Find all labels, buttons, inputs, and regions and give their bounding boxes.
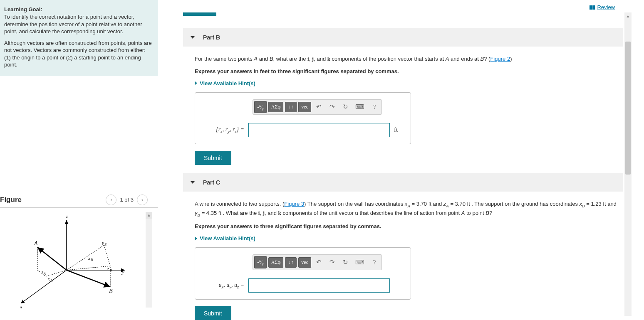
svg-line-13: [104, 245, 110, 266]
redo-button[interactable]: ↷: [326, 257, 338, 268]
svg-text:z: z: [107, 266, 109, 271]
equation-toolbar: ▪x⁄y ΑΣφ ↓↑ vec ↶ ↷ ↻ ⌨ ?: [253, 99, 382, 115]
part-b-question: For the same two points A and B, what ar…: [195, 55, 623, 63]
figure-3-link[interactable]: Figure 3: [284, 201, 304, 207]
part-c-submit-button[interactable]: Submit: [195, 306, 231, 320]
caret-right-icon: [195, 236, 197, 241]
svg-text:y: y: [102, 240, 104, 245]
undo-button[interactable]: ↶: [313, 101, 324, 112]
redo-button[interactable]: ↷: [326, 101, 338, 112]
point-a-label: A: [34, 240, 38, 246]
scroll-up-icon[interactable]: ▲: [146, 212, 152, 219]
svg-line-7: [46, 270, 67, 276]
part-c-header[interactable]: Part C: [183, 173, 623, 192]
learning-goal-text-2: Although vectors are often constructed f…: [4, 39, 152, 69]
progress-indicator: [183, 12, 216, 16]
axis-y-label: y: [121, 268, 124, 275]
svg-text:B: B: [91, 258, 93, 262]
scroll-thumb[interactable]: [625, 42, 631, 175]
svg-line-15: [67, 266, 110, 270]
caret-down-icon: [191, 181, 195, 184]
review-link[interactable]: Review: [590, 4, 615, 10]
figure-svg: z y x A B zA xA: [0, 212, 141, 312]
subsup-button[interactable]: ↓↑: [285, 257, 297, 268]
svg-text:A: A: [50, 279, 52, 283]
axis-z-label: z: [65, 213, 68, 219]
svg-line-3: [37, 247, 67, 270]
caret-down-icon: [191, 36, 195, 39]
part-b-answer-box: ▪x⁄y ΑΣφ ↓↑ vec ↶ ↷ ↻ ⌨ ? {rx, ry, rz} =…: [195, 92, 411, 144]
part-b-title: Part B: [203, 34, 220, 41]
part-b-header[interactable]: Part B: [183, 28, 623, 47]
part-c-var-label: ux, uy, uz =: [203, 282, 244, 289]
book-icon: [590, 5, 595, 10]
page-root: Learning Goal: To identify the correct n…: [0, 0, 644, 320]
point-b-label: B: [109, 288, 113, 294]
part-c-answer-input[interactable]: [248, 278, 390, 293]
part-c-instruction: Express your answers to three significan…: [195, 223, 623, 229]
learning-goal-panel: Learning Goal: To identify the correct n…: [0, 0, 158, 76]
help-button[interactable]: ?: [369, 257, 380, 268]
reset-button[interactable]: ↻: [339, 101, 351, 112]
vec-button[interactable]: vec: [298, 102, 311, 112]
hints-label: View Available Hint(s): [200, 80, 255, 86]
caret-right-icon: [195, 81, 197, 85]
part-c-question: A wire is connected to two supports. (Fi…: [195, 200, 623, 218]
main-scrollbar[interactable]: ▲: [624, 12, 632, 316]
templates-button[interactable]: ▪x⁄y: [254, 101, 267, 113]
keyboard-button[interactable]: ⌨: [353, 257, 367, 268]
greek-button[interactable]: ΑΣφ: [268, 102, 284, 112]
vec-button[interactable]: vec: [298, 257, 311, 268]
right-column: Review Part B For the same two points A …: [158, 0, 644, 320]
figure-prev-button[interactable]: ‹: [106, 194, 116, 205]
part-b-var-label: {rx, ry, rz} =: [203, 126, 244, 134]
part-c-hints-toggle[interactable]: View Available Hint(s): [195, 235, 623, 241]
svg-line-4: [67, 270, 110, 287]
svg-text:x: x: [88, 256, 90, 261]
part-b-unit: ft: [394, 126, 398, 133]
figure-title: Figure: [0, 192, 22, 207]
scroll-up-icon[interactable]: ▲: [624, 12, 632, 20]
svg-text:A: A: [43, 272, 46, 276]
svg-text:B: B: [104, 243, 107, 246]
subsup-button[interactable]: ↓↑: [285, 102, 297, 112]
part-c-answer-box: ▪x⁄y ΑΣφ ↓↑ vec ↶ ↷ ↻ ⌨ ? ux, uy, uz =: [195, 247, 411, 299]
figure-2-link[interactable]: Figure 2: [490, 56, 510, 62]
figure-pager: ‹ 1 of 3 ›: [106, 194, 148, 205]
figure-section: Figure ‹ 1 of 3 ›: [0, 192, 158, 316]
part-b-body: For the same two points A and B, what ar…: [183, 47, 623, 165]
greek-button[interactable]: ΑΣφ: [268, 257, 284, 268]
figure-canvas: z y x A B zA xA: [0, 212, 158, 316]
figure-next-button[interactable]: ›: [137, 194, 148, 205]
part-b-hints-toggle[interactable]: View Available Hint(s): [195, 80, 623, 86]
axis-x-label: x: [20, 303, 22, 310]
figure-pager-text: 1 of 3: [120, 197, 134, 203]
part-b-input-row: {rx, ry, rz} = ft: [203, 123, 403, 137]
part-c-body: A wire is connected to two supports. (Fi…: [183, 192, 623, 320]
figure-header: Figure ‹ 1 of 3 ›: [0, 192, 158, 208]
keyboard-button[interactable]: ⌨: [353, 101, 367, 112]
figure-scrollbar[interactable]: ▲: [146, 212, 152, 308]
learning-goal-heading: Learning Goal:: [4, 6, 152, 12]
part-c-input-row: ux, uy, uz =: [203, 278, 403, 293]
svg-text:B: B: [110, 268, 112, 272]
review-link-text: Review: [597, 4, 615, 10]
svg-line-14: [67, 245, 104, 270]
learning-goal-text-1: To identify the correct notation for a p…: [4, 13, 152, 35]
part-b-instruction: Express your answers in feet to three si…: [195, 68, 623, 74]
templates-button[interactable]: ▪x⁄y: [254, 256, 267, 268]
part-c-title: Part C: [203, 179, 220, 186]
undo-button[interactable]: ↶: [313, 257, 324, 268]
help-button[interactable]: ?: [369, 102, 380, 112]
equation-toolbar: ▪x⁄y ΑΣφ ↓↑ vec ↶ ↷ ↻ ⌨ ?: [253, 254, 382, 270]
reset-button[interactable]: ↻: [339, 257, 351, 268]
part-b-submit-button[interactable]: Submit: [195, 151, 231, 165]
hints-label: View Available Hint(s): [200, 235, 255, 241]
left-column: Learning Goal: To identify the correct n…: [0, 0, 158, 320]
svg-text:x: x: [47, 276, 50, 281]
part-b-answer-input[interactable]: [248, 123, 390, 137]
